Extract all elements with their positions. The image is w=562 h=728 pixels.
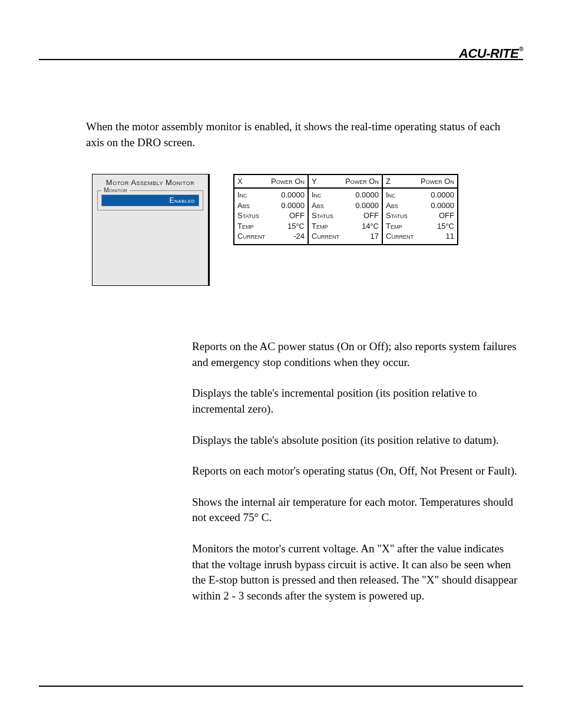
row-value: 0.0000 (431, 200, 454, 211)
brand-name: ACU-RITE (459, 46, 518, 61)
row-label: Status (386, 210, 408, 221)
desc-inc: Displays the table's incremental positio… (192, 386, 522, 417)
intro-paragraph: When the motor assembly monitor is enabl… (86, 119, 510, 150)
dro-rows: Inc 0.0000 Abs 0.0000 Status OFF Temp (383, 189, 457, 244)
row-label: Temp (312, 221, 328, 232)
row-value: 0.0000 (355, 200, 379, 211)
dro-row-current: Current -24 (237, 231, 305, 242)
row-value: 15°C (287, 221, 305, 232)
row-value: 11 (446, 231, 454, 242)
dro-row-temp: Temp 15°C (386, 221, 454, 232)
dro-row-temp: Temp 14°C (312, 221, 379, 232)
row-value: 14°C (362, 221, 379, 232)
dro-axis-z: Z Power On Inc 0.0000 Abs 0.0000 (383, 175, 457, 244)
brand-logo: ACU-RITE® (459, 46, 523, 61)
dro-row-inc: Inc 0.0000 (312, 190, 379, 200)
row-label: Temp (237, 221, 253, 232)
axis-label: Z (386, 177, 391, 186)
row-label: Inc (237, 190, 247, 200)
dro-row-temp: Temp 15°C (237, 221, 305, 232)
config-panel: Motor Assembly Monitor Monitor Enabled (92, 174, 210, 286)
desc-status: Reports on each motor's operating status… (192, 463, 522, 479)
row-label: Current (237, 231, 265, 242)
row-label: Temp (386, 221, 402, 232)
monitor-fieldset: Monitor Enabled (97, 190, 203, 210)
config-panel-title: Motor Assembly Monitor (97, 178, 203, 187)
dro-header: Y Power On (309, 175, 382, 189)
dro-row-status: Status OFF (237, 210, 305, 221)
desc-temp: Shows the internal air temperature for e… (192, 495, 522, 526)
row-value: OFF (439, 210, 454, 221)
dro-header: Z Power On (383, 175, 457, 189)
power-status: Power On (345, 177, 379, 186)
dro-row-inc: Inc 0.0000 (386, 190, 454, 200)
dro-rows: Inc 0.0000 Abs 0.0000 Status OFF Temp (309, 189, 382, 244)
body-area: When the motor assembly monitor is enabl… (39, 119, 523, 604)
row-value: 17 (371, 231, 379, 242)
monitor-state-toggle[interactable]: Enabled (101, 195, 199, 206)
dro-rows: Inc 0.0000 Abs 0.0000 Status OFF Temp (234, 189, 308, 244)
row-label: Current (312, 231, 339, 242)
dro-axis-x: X Power On Inc 0.0000 Abs 0.0000 (234, 175, 309, 244)
power-status: Power On (271, 177, 305, 186)
axis-label: Y (312, 177, 317, 186)
row-value: -24 (293, 231, 305, 242)
dro-row-abs: Abs 0.0000 (237, 200, 305, 211)
row-value: 0.0000 (281, 200, 305, 211)
dro-row-current: Current 17 (312, 231, 379, 242)
row-label: Abs (237, 200, 250, 211)
row-label: Abs (386, 200, 398, 211)
document-page: ACU-RITE® When the motor assembly monito… (0, 0, 562, 728)
dro-axis-y: Y Power On Inc 0.0000 Abs 0.0000 (309, 175, 383, 244)
monitor-fieldset-label: Monitor (101, 186, 130, 193)
dro-row-inc: Inc 0.0000 (237, 190, 305, 200)
row-value: 0.0000 (355, 190, 379, 200)
desc-power: Reports on the AC power status (On or Of… (192, 339, 522, 370)
dro-row-abs: Abs 0.0000 (386, 200, 454, 211)
power-status: Power On (421, 177, 454, 186)
footer-rule (39, 686, 523, 687)
dro-row-current: Current 11 (386, 231, 454, 242)
desc-current: Monitors the motor's current voltage. An… (192, 541, 522, 604)
row-value: OFF (363, 210, 379, 221)
row-label: Inc (312, 190, 322, 200)
row-label: Inc (386, 190, 396, 200)
row-label: Status (237, 210, 259, 221)
row-label: Abs (312, 200, 324, 211)
row-value: 0.0000 (431, 190, 454, 200)
row-label: Current (386, 231, 414, 242)
header-rule (39, 59, 523, 60)
field-descriptions: Reports on the AC power status (On or Of… (192, 339, 522, 604)
registered-mark: ® (519, 46, 523, 52)
dro-row-status: Status OFF (312, 210, 379, 221)
dro-readout: X Power On Inc 0.0000 Abs 0.0000 (233, 174, 458, 245)
row-label: Status (312, 210, 333, 221)
figures-row: Motor Assembly Monitor Monitor Enabled X… (92, 174, 523, 286)
axis-label: X (237, 177, 243, 186)
dro-row-abs: Abs 0.0000 (312, 200, 379, 211)
row-value: 0.0000 (281, 190, 305, 200)
row-value: 15°C (437, 221, 454, 232)
desc-abs: Displays the table's absolute position (… (192, 433, 522, 449)
dro-row-status: Status OFF (386, 210, 454, 221)
row-value: OFF (289, 210, 305, 221)
dro-header: X Power On (234, 175, 308, 189)
